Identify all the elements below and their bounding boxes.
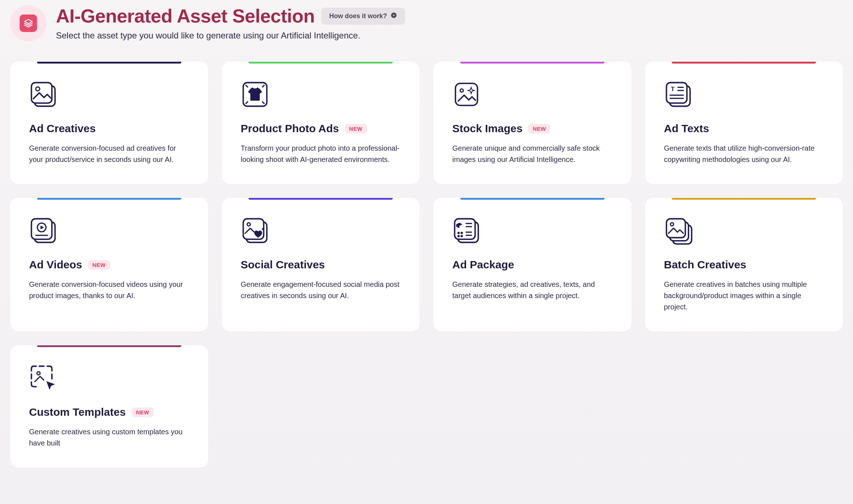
image-stack-icon xyxy=(29,80,57,109)
card-ad-creatives[interactable]: Ad CreativesGenerate conversion-focused … xyxy=(10,62,208,184)
card-description: Generate unique and commercially safe st… xyxy=(452,143,613,165)
template-cursor-icon xyxy=(29,364,57,392)
tshirt-frame-icon xyxy=(241,80,269,109)
card-body: Batch CreativesGenerate creatives in bat… xyxy=(645,200,843,332)
card-title: Batch Creatives xyxy=(664,259,747,271)
card-body: Stock ImagesNEWGenerate unique and comme… xyxy=(433,64,631,184)
card-body: Ad PackageGenerate strategies, ad creati… xyxy=(433,200,631,320)
card-body: Ad TextsGenerate texts that utilize high… xyxy=(645,64,843,184)
card-ad-texts[interactable]: Ad TextsGenerate texts that utilize high… xyxy=(645,62,843,184)
layers-icon xyxy=(20,15,37,32)
card-batch-creatives[interactable]: Batch CreativesGenerate creatives in bat… xyxy=(645,198,843,332)
card-title-row: Social Creatives xyxy=(241,259,401,271)
new-badge: NEW xyxy=(345,124,367,134)
card-stock-images[interactable]: Stock ImagesNEWGenerate unique and comme… xyxy=(433,62,631,184)
card-title: Stock Images xyxy=(452,122,522,135)
card-description: Generate creatives in batches using mult… xyxy=(664,279,824,313)
video-play-icon xyxy=(29,216,57,245)
text-doc-icon xyxy=(664,80,692,109)
card-body: Custom TemplatesNEWGenerate creatives us… xyxy=(10,347,208,468)
card-title: Ad Texts xyxy=(664,122,709,135)
card-title-row: Ad Package xyxy=(452,259,613,271)
image-sparkle-icon xyxy=(452,80,481,109)
header-texts: AI-Generated Asset Selection How does it… xyxy=(56,5,843,41)
page-title: AI-Generated Asset Selection xyxy=(56,5,315,27)
new-badge: NEW xyxy=(132,407,154,417)
card-body: Ad VideosNEWGenerate conversion-focused … xyxy=(10,200,208,320)
card-title-row: Ad Creatives xyxy=(29,122,189,135)
package-grid-icon xyxy=(452,216,481,245)
card-title-row: Ad Texts xyxy=(664,122,824,135)
card-description: Generate creatives using custom template… xyxy=(29,426,189,449)
card-title: Social Creatives xyxy=(241,259,325,271)
card-title: Custom Templates xyxy=(29,406,126,418)
page-icon-badge xyxy=(10,5,47,41)
card-title: Ad Package xyxy=(452,259,514,271)
svg-marker-0 xyxy=(25,20,32,24)
card-title-row: Batch Creatives xyxy=(664,259,824,271)
how-does-it-work-button[interactable]: How does it work? xyxy=(321,8,405,25)
card-title-row: Stock ImagesNEW xyxy=(452,122,613,135)
image-heart-icon xyxy=(241,216,269,245)
asset-grid: Ad CreativesGenerate conversion-focused … xyxy=(0,52,853,482)
page-subtitle: Select the asset type you would like to … xyxy=(56,31,843,41)
card-description: Generate conversion-focused ad creatives… xyxy=(29,143,189,165)
card-body: Product Photo AdsNEWTransform your produ… xyxy=(222,64,420,184)
card-social-creatives[interactable]: Social CreativesGenerate engagement-focu… xyxy=(222,198,420,332)
card-title-row: Ad VideosNEW xyxy=(29,259,189,271)
card-description: Generate conversion-focused videos using… xyxy=(29,279,189,301)
card-title-row: Custom TemplatesNEW xyxy=(29,406,189,418)
card-product-photo-ads[interactable]: Product Photo AdsNEWTransform your produ… xyxy=(222,62,420,184)
card-description: Generate texts that utilize high-convers… xyxy=(664,143,824,165)
play-circle-icon xyxy=(391,12,397,20)
page-header: AI-Generated Asset Selection How does it… xyxy=(0,0,853,52)
how-does-it-work-label: How does it work? xyxy=(329,12,387,20)
card-description: Generate strategies, ad creatives, texts… xyxy=(452,279,613,301)
card-title-row: Product Photo AdsNEW xyxy=(241,122,401,135)
card-ad-videos[interactable]: Ad VideosNEWGenerate conversion-focused … xyxy=(10,198,208,332)
card-title: Ad Videos xyxy=(29,259,82,271)
card-description: Generate engagement-focused social media… xyxy=(241,279,401,301)
card-description: Transform your product photo into a prof… xyxy=(241,143,401,165)
batch-stack-icon xyxy=(664,216,692,245)
card-custom-templates[interactable]: Custom TemplatesNEWGenerate creatives us… xyxy=(10,345,208,468)
card-body: Ad CreativesGenerate conversion-focused … xyxy=(10,64,208,184)
card-title: Ad Creatives xyxy=(29,122,96,135)
new-badge: NEW xyxy=(88,260,110,270)
new-badge: NEW xyxy=(528,124,550,134)
card-body: Social CreativesGenerate engagement-focu… xyxy=(222,200,420,320)
card-ad-package[interactable]: Ad PackageGenerate strategies, ad creati… xyxy=(433,198,631,332)
card-title: Product Photo Ads xyxy=(241,122,339,135)
